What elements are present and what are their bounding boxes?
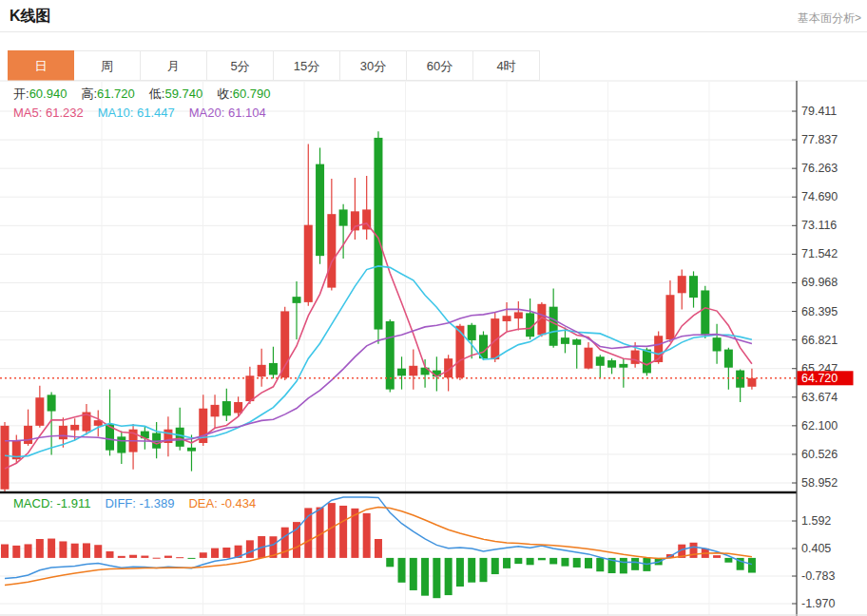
gridlines [0, 82, 797, 615]
svg-text:69.968: 69.968 [801, 276, 838, 289]
ma5-label: MA5: [13, 106, 42, 120]
current-price-badge: 64.720 [798, 371, 854, 385]
svg-text:76.263: 76.263 [801, 162, 838, 175]
svg-text:71.542: 71.542 [801, 247, 838, 260]
low-label: 低: [149, 87, 165, 101]
svg-text:73.116: 73.116 [801, 219, 837, 232]
close-value: 60.790 [233, 87, 271, 101]
ma-legend: MA5: 61.232 MA10: 61.447 MA20: 61.104 [13, 106, 280, 120]
svg-text:62.100: 62.100 [801, 419, 838, 433]
svg-text:64.720: 64.720 [801, 372, 838, 385]
svg-text:68.395: 68.395 [801, 305, 838, 318]
ma10-value: 61.447 [137, 106, 175, 120]
ma20-value: 61.104 [228, 106, 266, 120]
svg-text:-0.783: -0.783 [801, 569, 835, 583]
svg-text:74.690: 74.690 [801, 190, 838, 203]
ohlc-legend: 开:60.940 高:61.720 低:59.740 收:60.790 [13, 86, 285, 103]
svg-text:63.674: 63.674 [801, 391, 838, 404]
dea-value: -0.434 [221, 496, 256, 510]
svg-text:1.592: 1.592 [801, 514, 831, 528]
macd-label: MACD: [13, 496, 53, 510]
macd-value: -1.911 [57, 496, 91, 510]
high-value: 61.720 [97, 87, 135, 101]
ma10-label: MA10: [98, 106, 134, 120]
ma5-value: 61.232 [46, 106, 84, 120]
svg-text:-1.970: -1.970 [801, 597, 835, 610]
svg-text:66.821: 66.821 [801, 334, 838, 347]
close-label: 收: [217, 87, 233, 101]
svg-text:77.837: 77.837 [801, 133, 838, 146]
open-value: 60.940 [29, 87, 67, 101]
svg-text:58.952: 58.952 [801, 476, 838, 490]
diff-label: DIFF: [105, 496, 136, 510]
diff-value: -1.389 [140, 496, 175, 510]
price-axis-labels: 79.41177.83776.26374.69073.11671.54269.9… [792, 105, 838, 490]
high-label: 高: [81, 87, 97, 101]
macd-axis-labels: 1.5920.405-0.783-1.970 [792, 514, 835, 610]
dea-label: DEA: [188, 496, 217, 510]
svg-text:60.526: 60.526 [801, 448, 838, 461]
svg-text:79.411: 79.411 [801, 105, 837, 118]
macd-group [1, 497, 756, 598]
svg-text:0.405: 0.405 [801, 542, 831, 555]
low-value: 59.740 [164, 87, 202, 101]
macd-legend: MACD: -1.911 DIFF: -1.389 DEA: -0.434 [13, 496, 270, 510]
ma20-label: MA20: [189, 106, 225, 120]
open-label: 开: [13, 87, 29, 101]
